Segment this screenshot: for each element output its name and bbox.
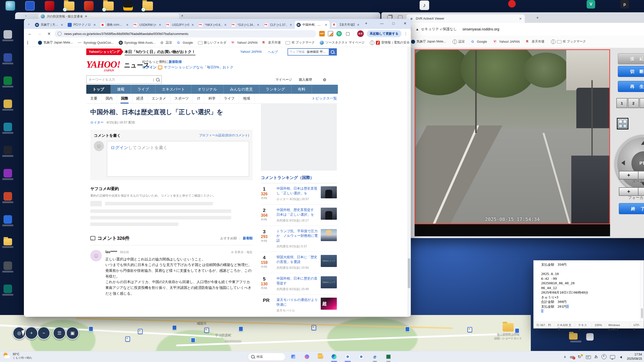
yahoo-news-logo[interactable]: YAHOO! JAPAN ニュース bbox=[86, 59, 120, 72]
close-icon[interactable]: ✕ bbox=[158, 23, 162, 27]
browser-tab[interactable]: PC/テクノロジ…✕ bbox=[66, 21, 98, 29]
map-list-button[interactable]: ☰ bbox=[53, 327, 66, 340]
tray-chevron-icon[interactable]: ∧ bbox=[564, 355, 566, 359]
trending-query[interactable]: 阪神園芸 甲… bbox=[307, 50, 329, 54]
desktop-icon[interactable] bbox=[1, 100, 15, 111]
desktop-icon[interactable] bbox=[505, 0, 519, 8]
search-button[interactable] bbox=[329, 49, 336, 55]
ranking-item[interactable]: 5130件/時 中国外相、日本に歴史の直視促す共同通信 8/15(金) 15:4… bbox=[261, 273, 337, 295]
nav-paid[interactable]: 有料 bbox=[292, 85, 312, 94]
comment-user[interactable]: las***** bbox=[105, 250, 117, 254]
forward-icon[interactable]: → bbox=[36, 30, 43, 37]
sync-icon[interactable] bbox=[578, 354, 582, 359]
desktop-shortcut-folder[interactable]: 無人販売売上行為 動画 - ショートカット bbox=[493, 323, 523, 340]
subnav-entertainment[interactable]: エンタメ bbox=[148, 94, 170, 103]
browser-tab[interactable]: 価格.com…✕ bbox=[98, 21, 131, 29]
signup-link[interactable]: 新規取得 bbox=[169, 60, 182, 64]
login-row[interactable]: ログイン ヤフーショッピングなら「毎日5%」おトク bbox=[142, 65, 233, 70]
map-marker-icon[interactable] bbox=[311, 325, 316, 330]
nav-original[interactable]: オリジナル bbox=[191, 85, 224, 94]
restart-update-button[interactable]: 再起動して更新する bbox=[367, 30, 401, 37]
map-marker-icon[interactable] bbox=[191, 338, 195, 343]
bookmark-item[interactable]: 楽天市場 bbox=[262, 40, 280, 45]
focus-in-button[interactable]: + bbox=[619, 188, 638, 195]
web-search-box[interactable]: ウェブ検索 阪神園芸 甲… bbox=[288, 48, 337, 56]
subnav-region[interactable]: 地域 bbox=[239, 94, 254, 103]
bookmark-item[interactable]: Synology Web Assis... bbox=[119, 41, 155, 45]
desktop-icon[interactable] bbox=[1, 169, 15, 180]
desktop-icon[interactable]: ♪ bbox=[418, 1, 431, 10]
close-icon[interactable]: ✕ bbox=[60, 23, 64, 27]
browser-tab[interactable]: USDJPY (+0…✕ bbox=[164, 21, 196, 29]
close-button[interactable]: ✕ bbox=[399, 19, 411, 28]
channel-2-button[interactable]: 2 bbox=[628, 98, 639, 108]
bookmark-item[interactable]: ソースネクスト マイページ bbox=[320, 40, 365, 45]
close-icon[interactable]: ✕ bbox=[191, 23, 194, 27]
ptz-up-icon[interactable] bbox=[641, 139, 644, 145]
notepad-text[interactable]: 支払金額 350円 2025.8.10 6:42 -99 20250810_06… bbox=[541, 262, 639, 321]
taskbar-green-app-button[interactable] bbox=[383, 353, 393, 361]
quad-view-button[interactable] bbox=[617, 118, 628, 129]
bookmark-item[interactable]: Yahoo! JAPAN bbox=[494, 40, 520, 44]
map-marker-icon[interactable] bbox=[138, 329, 143, 334]
close-icon[interactable]: ✕ bbox=[289, 23, 293, 27]
nav-ranking[interactable]: ランキング bbox=[259, 85, 292, 94]
bookmark-item[interactable]: 雷情報｜電気の安全... bbox=[370, 40, 411, 45]
desktop-icon[interactable] bbox=[1, 76, 15, 87]
camera-video-feed[interactable]: 2025-08-15 17:54:34 bbox=[415, 49, 610, 224]
map-marker-icon[interactable] bbox=[405, 327, 410, 332]
settings-gear-icon[interactable]: ⚙ bbox=[323, 77, 326, 82]
bookmark-item[interactable]: 気象庁 Japan Mete... bbox=[38, 40, 73, 45]
browser-tab[interactable]: ^NKX (+0.6…✕ bbox=[196, 21, 229, 29]
channel-3-button[interactable]: 3 bbox=[639, 98, 644, 108]
new-tab-icon[interactable]: + bbox=[181, 13, 183, 18]
map-marker-icon[interactable] bbox=[467, 327, 472, 332]
play-button[interactable]: 再 生 bbox=[618, 81, 644, 92]
taskbar-clock[interactable]: 17:54 2025/08/15 bbox=[627, 352, 642, 361]
ranking-item[interactable]: 1326件/時 中国外相、日本は歴史直視し「正しい選択」をロイター 8/15(金… bbox=[261, 183, 337, 205]
close-icon[interactable]: ✕ bbox=[324, 23, 328, 27]
desktop-icon[interactable] bbox=[82, 1, 96, 11]
desktop-icon[interactable]: p bbox=[618, 0, 631, 9]
browser-tab[interactable]: ^DJI (+1.34…✕ bbox=[229, 21, 262, 29]
zoom-control[interactable]: +− bbox=[619, 171, 644, 179]
desktop-icon[interactable]: V bbox=[584, 0, 598, 9]
close-icon[interactable]: ✕ bbox=[256, 23, 260, 27]
desktop-folder-icon[interactable] bbox=[62, 2, 76, 11]
bookmark-item[interactable]: 設定 bbox=[453, 39, 465, 44]
scrollbar-thumb[interactable] bbox=[408, 258, 410, 288]
browser-tab[interactable]: CLF (+1.37…✕ bbox=[262, 21, 295, 29]
address-bar[interactable]: news.yahoo.co.jp/articles/37b58f5ec68d56… bbox=[55, 30, 316, 37]
desktop-folder-icon[interactable] bbox=[141, 2, 154, 11]
onedrive-error-icon[interactable] bbox=[570, 356, 574, 358]
bookmark-item[interactable]: Yahoo! JAPAN bbox=[231, 41, 258, 45]
help-link[interactable]: ヘルプ bbox=[268, 50, 278, 54]
report-link[interactable]: ⊘ 非表示・報告 bbox=[231, 250, 253, 254]
focus-out-button[interactable]: − bbox=[638, 188, 644, 195]
desktop-icon[interactable] bbox=[1, 261, 15, 273]
bookmark-item[interactable]: 楽天市場 bbox=[526, 39, 544, 44]
bookmark-item[interactable]: 設定 bbox=[160, 40, 172, 45]
profile-settings-link[interactable]: プロフィール設定(自分のコメント) bbox=[199, 133, 249, 138]
taskbar-weather-widget[interactable]: 30°C くもり時々晴れ bbox=[3, 352, 32, 360]
keyword-search-input[interactable]: キーワードを入力 | bbox=[86, 75, 162, 84]
ranking-item[interactable]: 3293件/時 トランプ氏、平和賞で圧力か ノルウェー財務相に電話共同通信 8/… bbox=[261, 226, 337, 252]
mypage-link[interactable]: マイページ bbox=[275, 77, 292, 82]
desktop-shortcut[interactable] bbox=[569, 333, 578, 340]
ranking-item[interactable]: 2304件/時 中国外相、歴史直視促す 日本は「正しい選択」を共同通信 8/15… bbox=[261, 205, 337, 226]
nav-live[interactable]: ライブ bbox=[131, 85, 155, 94]
close-icon[interactable]: ✕ bbox=[85, 15, 87, 18]
subnav-world[interactable]: 国際 bbox=[117, 94, 132, 103]
tab-search-icon[interactable]: ⌄ bbox=[27, 22, 30, 25]
back-icon[interactable]: ← bbox=[26, 30, 33, 37]
scrollbar-thumb[interactable] bbox=[641, 308, 643, 318]
extensions-puzzle-icon[interactable]: ▢ bbox=[345, 31, 350, 36]
map-marker-icon[interactable] bbox=[89, 326, 93, 332]
taskbar-chrome-button[interactable] bbox=[343, 353, 353, 361]
source-link[interactable]: ロイター bbox=[90, 120, 104, 124]
sort-recommended[interactable]: おすすめ順 bbox=[220, 236, 237, 241]
comment-input[interactable]: ログインしてコメントを書く bbox=[107, 141, 249, 177]
connect-button[interactable]: 接 続 bbox=[618, 53, 644, 64]
apps-grid-icon[interactable] bbox=[27, 41, 28, 45]
close-icon[interactable]: ✕ bbox=[519, 17, 522, 21]
